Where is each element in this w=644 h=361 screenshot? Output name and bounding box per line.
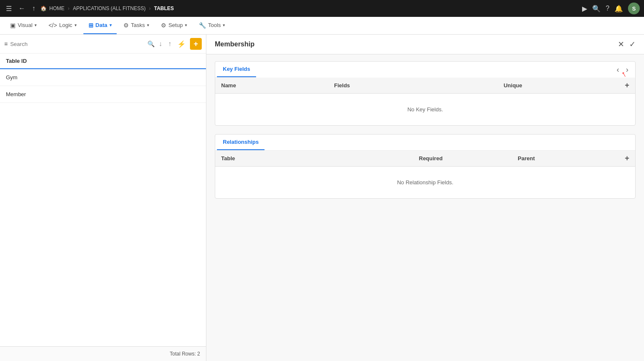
relationships-empty-message: No Relationship Fields. xyxy=(215,167,635,198)
help-icon[interactable]: ? xyxy=(606,5,609,12)
tasks-icon: ⚙ xyxy=(123,22,129,29)
add-table-button[interactable]: + xyxy=(190,38,202,50)
breadcrumb-sep2: › xyxy=(149,5,151,11)
app-label: APPLICATIONS (ALL FITNESS) xyxy=(73,5,146,11)
sidebar-list: Gym Member xyxy=(0,69,206,346)
sidebar-table-id-header: Table ID xyxy=(0,54,206,69)
logic-label: Logic xyxy=(59,22,72,28)
setup-label: Setup xyxy=(168,22,183,28)
key-fields-col-name: Name xyxy=(221,82,334,89)
tasks-label: Tasks xyxy=(131,22,145,28)
tab-tasks[interactable]: ⚙ Tasks ▾ xyxy=(118,17,154,34)
filter-icon[interactable]: ≡ xyxy=(4,40,8,47)
rel-col-parent: Parent xyxy=(518,155,617,162)
back-icon[interactable]: ← xyxy=(17,3,27,14)
bell-icon[interactable]: 🔔 xyxy=(615,5,623,13)
sidebar: ≡ 🔍 ↓ ↑ ⚡ + Table ID Gym Member Total Ro… xyxy=(0,35,206,361)
key-fields-header-row: Name Fields Unique + ↑ xyxy=(215,78,635,94)
data-dropdown-icon: ▾ xyxy=(110,23,112,27)
sidebar-footer: Total Rows: 2 xyxy=(0,346,206,361)
tab-setup[interactable]: ⚙ Setup ▾ xyxy=(156,17,192,34)
breadcrumb-app[interactable]: APPLICATIONS (ALL FITNESS) xyxy=(73,5,146,11)
data-icon: ⊞ xyxy=(88,22,94,29)
tab-logic[interactable]: </> Logic ▾ xyxy=(43,17,81,34)
tools-dropdown-icon: ▾ xyxy=(223,23,225,27)
data-label: Data xyxy=(96,22,107,28)
up-icon[interactable]: ↑ xyxy=(30,3,37,14)
logic-icon: </> xyxy=(48,22,57,29)
key-fields-col-unique: Unique xyxy=(504,82,617,89)
confirm-icon[interactable]: ✓ xyxy=(629,40,636,49)
content-title: Membership xyxy=(215,40,618,48)
search-icon[interactable]: 🔍 xyxy=(147,40,155,47)
close-icon[interactable]: ✕ xyxy=(618,40,624,49)
tab-data[interactable]: ⊞ Data ▾ xyxy=(83,17,117,34)
tools-icon: 🔧 xyxy=(199,22,206,29)
menu-icon[interactable]: ☰ xyxy=(4,3,13,14)
visual-label: Visual xyxy=(18,22,32,28)
relationships-tab[interactable]: Relationships xyxy=(217,135,265,150)
tab-visual[interactable]: ▣ Visual ▾ xyxy=(5,17,42,34)
home-icon: 🏠 xyxy=(40,5,47,11)
add-relationship-button[interactable]: + xyxy=(625,154,629,163)
relationships-section: Relationships Table Required Parent + No… xyxy=(215,134,636,199)
main-layout: ≡ 🔍 ↓ ↑ ⚡ + Table ID Gym Member Total Ro… xyxy=(0,35,644,361)
bolt-btn[interactable]: ⚡ xyxy=(176,39,187,49)
rel-col-table: Table xyxy=(221,155,419,162)
content-body: Key Fields ‹ › Name Fields Unique + xyxy=(206,54,644,361)
download-btn[interactable]: ↓ xyxy=(157,39,164,48)
sidebar-toolbar: ≡ 🔍 ↓ ↑ ⚡ + xyxy=(0,35,206,54)
rel-col-required: Required xyxy=(419,155,518,162)
content-area: Membership ✕ ✓ Key Fields ‹ › xyxy=(206,35,644,361)
key-fields-section: Key Fields ‹ › Name Fields Unique + xyxy=(215,61,636,126)
relationships-header-row: Table Required Parent + xyxy=(215,151,635,167)
key-fields-add-col: + ↑ xyxy=(617,81,629,90)
search-input[interactable] xyxy=(10,41,145,47)
setup-dropdown-icon: ▾ xyxy=(185,23,187,27)
breadcrumb-sep1: › xyxy=(68,5,69,11)
play-icon[interactable]: ▶ xyxy=(582,5,587,13)
relationships-tab-bar: Relationships xyxy=(215,135,635,151)
key-fields-tab-bar: Key Fields xyxy=(215,62,256,78)
visual-icon: ▣ xyxy=(10,22,16,29)
key-fields-nav-arrows: ‹ › xyxy=(614,65,631,75)
tasks-dropdown-icon: ▾ xyxy=(147,23,149,27)
search-nav-icon[interactable]: 🔍 xyxy=(592,5,601,13)
logic-dropdown-icon: ▾ xyxy=(75,23,77,27)
top-right-icons: ▶ 🔍 ? 🔔 S xyxy=(582,3,640,14)
sidebar-item-gym[interactable]: Gym xyxy=(0,69,206,86)
avatar[interactable]: S xyxy=(628,3,640,14)
key-fields-tab[interactable]: Key Fields xyxy=(217,62,256,77)
key-fields-prev-btn[interactable]: ‹ xyxy=(614,65,622,75)
content-header: Membership ✕ ✓ xyxy=(206,35,644,54)
content-header-actions: ✕ ✓ xyxy=(618,40,636,49)
sidebar-item-member[interactable]: Member xyxy=(0,86,206,103)
tab-tools[interactable]: 🔧 Tools ▾ xyxy=(194,17,230,34)
setup-icon: ⚙ xyxy=(161,22,166,29)
tools-label: Tools xyxy=(208,22,221,28)
key-fields-next-btn[interactable]: › xyxy=(623,65,631,75)
key-fields-empty-message: No Key Fields. xyxy=(215,94,635,125)
add-key-field-button[interactable]: + xyxy=(625,81,629,90)
key-fields-col-fields: Fields xyxy=(334,82,503,89)
upload-btn[interactable]: ↑ xyxy=(166,39,173,48)
top-nav: ☰ ← ↑ 🏠 HOME › APPLICATIONS (ALL FITNESS… xyxy=(0,0,644,17)
home-label: HOME xyxy=(49,5,64,11)
second-nav: ▣ Visual ▾ </> Logic ▾ ⊞ Data ▾ ⚙ Tasks … xyxy=(0,17,644,35)
visual-dropdown-icon: ▾ xyxy=(35,23,37,27)
rel-add-col: + xyxy=(617,154,629,163)
tables-label: TABLES xyxy=(154,5,174,11)
breadcrumb-tables[interactable]: TABLES xyxy=(154,5,174,11)
breadcrumb-home[interactable]: 🏠 HOME xyxy=(40,5,64,11)
